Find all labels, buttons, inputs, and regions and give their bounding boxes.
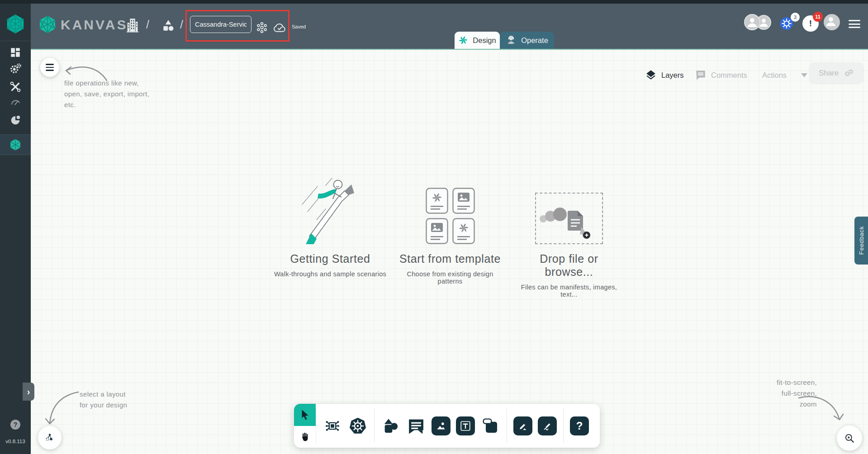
- kubernetes-count-badge: 3: [791, 13, 800, 22]
- share-label: Share: [819, 69, 839, 77]
- organization-icon[interactable]: [126, 18, 139, 35]
- question-mark-glyph: ?: [576, 420, 583, 432]
- text-icon: [460, 420, 471, 432]
- getting-started-subtitle: Walk-throughs and sample scenarios: [271, 270, 389, 278]
- workspace-icon[interactable]: [161, 19, 175, 35]
- pan-tool-button[interactable]: [294, 426, 316, 448]
- layout-annotation: select a layout for your design: [80, 389, 127, 411]
- layers-button[interactable]: Layers: [645, 66, 684, 84]
- kanvas-hexagon-icon: [9, 138, 22, 151]
- tab-design-label: Design: [473, 36, 496, 45]
- window-top-strip: [0, 0, 868, 4]
- cursor-icon: [299, 409, 311, 421]
- sidebar-expand-toggle[interactable]: ›: [23, 383, 34, 401]
- component-tool-button[interactable]: [323, 416, 342, 436]
- image-tool-button[interactable]: [432, 416, 451, 435]
- hand-icon: [299, 431, 310, 442]
- pen-ruler-icon: [517, 420, 529, 432]
- gears-icon: [9, 62, 22, 75]
- actions-dropdown[interactable]: Actions: [762, 66, 807, 84]
- operator-icon: [506, 35, 517, 46]
- comments-label: Comments: [711, 71, 747, 80]
- freehand-tool-button[interactable]: [538, 416, 557, 435]
- tools-icon: [9, 81, 21, 93]
- hamburger-icon: [46, 64, 54, 65]
- link-icon: [842, 66, 856, 80]
- user-avatar[interactable]: [824, 14, 840, 30]
- pen-tool-button[interactable]: [513, 416, 532, 435]
- app-header: KANVAS /: [31, 4, 868, 49]
- gauge-icon: [9, 96, 21, 108]
- sidebar-item-dashboard[interactable]: [0, 44, 31, 61]
- sidebar-item-extensions[interactable]: [0, 112, 31, 128]
- zoom-arrow: [794, 390, 846, 426]
- getting-started-card[interactable]: Getting Started Walk-throughs and sample…: [271, 173, 389, 278]
- drop-file-card[interactable]: Drop file or browse... Files can be mani…: [515, 173, 623, 298]
- file-menu-button[interactable]: [40, 58, 59, 77]
- mesh-pie-icon: [9, 114, 22, 127]
- app-version: v0.8.113: [0, 439, 31, 444]
- text-tool-button[interactable]: [456, 416, 475, 435]
- helm-wheel-icon: [348, 416, 367, 435]
- note-tool-button[interactable]: [480, 416, 500, 436]
- dashboard-icon: [9, 47, 21, 58]
- sidebar-item-lifecycle[interactable]: [0, 61, 31, 77]
- tab-design[interactable]: Design: [455, 32, 500, 49]
- sticky-note-icon: [481, 417, 499, 435]
- drop-title: Drop file or browse...: [515, 252, 623, 279]
- feedback-tab[interactable]: Feedback: [854, 217, 868, 265]
- cloud-saved-icon[interactable]: [272, 21, 287, 36]
- kubernetes-tool-button[interactable]: [348, 416, 368, 436]
- design-pinwheel-icon: [458, 35, 468, 45]
- comment-tool-button[interactable]: [406, 416, 426, 436]
- rocket-illustration: [271, 173, 389, 244]
- notification-count-badge: 11: [813, 12, 823, 22]
- drop-file-illustration: [536, 194, 602, 243]
- save-status-text: Saved: [292, 24, 306, 29]
- collaborator-avatar[interactable]: [744, 14, 760, 30]
- kanvas-app: ? v0.8.113 KANVAS: [0, 0, 868, 454]
- layout-button[interactable]: [38, 426, 62, 449]
- getting-started-title: Getting Started: [271, 252, 389, 265]
- file-ops-annotation: file operations like new, open, save, ex…: [64, 78, 149, 110]
- start-from-template-card[interactable]: Start from template Choose from existing…: [396, 173, 504, 285]
- comment-bubble-icon: [407, 417, 425, 435]
- kanvas-logo-text: KANVAS: [61, 17, 128, 33]
- sidebar-item-kanvas-active[interactable]: [0, 134, 31, 155]
- layout-arrow: [40, 387, 83, 430]
- template-subtitle: Choose from existing design patterns: [396, 270, 504, 285]
- sidebar-item-configuration[interactable]: [0, 79, 31, 95]
- select-tool-button[interactable]: [294, 404, 316, 426]
- notifications-button[interactable]: ! 11: [802, 15, 819, 32]
- pencil-scribble-icon: [541, 420, 553, 432]
- tab-operate[interactable]: Operate: [500, 32, 554, 49]
- template-title: Start from template: [396, 252, 504, 265]
- share-button[interactable]: Share: [810, 62, 863, 83]
- help-button[interactable]: ?: [10, 420, 20, 430]
- kubernetes-context-button[interactable]: 3: [778, 15, 796, 32]
- shapes-tool-button[interactable]: [381, 416, 401, 436]
- actions-label: Actions: [762, 71, 787, 80]
- feedback-label: Feedback: [858, 226, 865, 255]
- magnifier-plus-icon: [844, 432, 855, 444]
- toolbar-help-button[interactable]: ?: [570, 416, 589, 435]
- kanvas-logo-icon[interactable]: [38, 14, 57, 36]
- design-name-input[interactable]: [190, 16, 251, 33]
- chevron-down-icon: [801, 73, 807, 77]
- meshery-logo-icon[interactable]: [5, 14, 26, 36]
- header-menu-icon[interactable]: [849, 20, 860, 30]
- sidebar-item-performance[interactable]: [0, 94, 31, 110]
- comments-button[interactable]: Comments: [695, 66, 747, 84]
- image-icon: [435, 420, 447, 432]
- layers-icon: [645, 69, 657, 81]
- drop-zone[interactable]: [535, 193, 603, 244]
- graph-layout-icon: [44, 432, 55, 443]
- drop-subtitle: Files can be manifests, images, text...: [515, 284, 623, 298]
- design-canvas[interactable]: file operations like new, open, save, ex…: [31, 49, 868, 454]
- design-nodes-icon[interactable]: [256, 21, 268, 36]
- canvas-toolbar: ?: [294, 404, 600, 448]
- tab-operate-label: Operate: [521, 36, 548, 45]
- zoom-button[interactable]: [837, 426, 862, 451]
- sidebar-divider: [0, 41, 31, 41]
- template-cards-icon: [426, 188, 475, 244]
